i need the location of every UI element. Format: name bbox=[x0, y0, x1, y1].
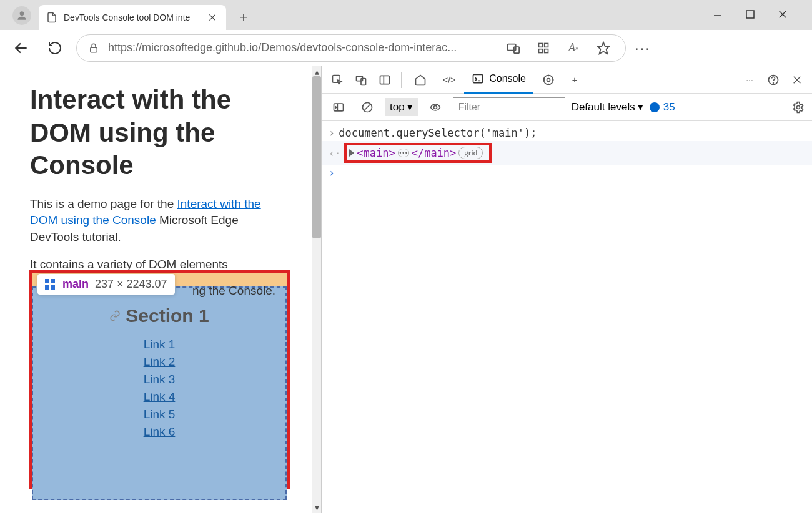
lock-icon bbox=[88, 42, 99, 54]
console-settings-icon[interactable] bbox=[790, 99, 807, 116]
svg-point-30 bbox=[773, 82, 774, 83]
svg-point-38 bbox=[797, 105, 800, 109]
profile-icon[interactable] bbox=[12, 6, 31, 25]
grid-icon bbox=[45, 279, 56, 290]
tab-welcome[interactable] bbox=[407, 66, 434, 94]
new-tab-button[interactable]: + bbox=[237, 11, 250, 24]
maximize-icon[interactable] bbox=[741, 5, 760, 24]
svg-rect-21 bbox=[473, 74, 483, 82]
ellipsis-icon[interactable]: ••• bbox=[398, 149, 409, 157]
help-icon[interactable] bbox=[762, 69, 785, 91]
context-selector[interactable]: top ▾ bbox=[385, 98, 418, 116]
svg-rect-4 bbox=[746, 11, 754, 18]
svg-point-23 bbox=[547, 78, 550, 81]
svg-rect-19 bbox=[380, 76, 390, 84]
section-title: Section 1 bbox=[126, 305, 209, 326]
browser-menu-icon[interactable]: ··· bbox=[635, 39, 651, 57]
console-output-highlight: <main> ••• </main> grid bbox=[344, 143, 492, 163]
sidebar-toggle-icon[interactable] bbox=[327, 96, 350, 119]
prompt-icon: › bbox=[329, 167, 335, 179]
expand-icon[interactable] bbox=[349, 149, 354, 157]
address-bar[interactable]: https://microsoftedge.github.io/Demos/de… bbox=[76, 34, 626, 62]
minimize-icon[interactable] bbox=[708, 5, 727, 24]
list-link[interactable]: Link 2 bbox=[144, 355, 176, 369]
link-list: Link 1 Link 2 Link 3 Link 4 Link 5 Link … bbox=[144, 338, 176, 439]
dock-side-icon[interactable] bbox=[374, 69, 396, 91]
intro-paragraph: This is a demo page for the Interact wit… bbox=[30, 196, 282, 246]
scrollbar-thumb[interactable] bbox=[312, 76, 321, 238]
scroll-down-icon[interactable]: ▾ bbox=[312, 503, 321, 512]
issues-counter[interactable]: 35 bbox=[650, 101, 675, 114]
url-text: https://microsoftedge.github.io/Demos/de… bbox=[108, 41, 457, 54]
list-link[interactable]: Link 3 bbox=[144, 373, 176, 386]
link-icon bbox=[109, 310, 121, 321]
favorite-icon[interactable] bbox=[593, 37, 614, 59]
browser-tab[interactable]: DevTools Console tool DOM inte bbox=[39, 5, 226, 30]
console-input-line: document.querySelector('main'); bbox=[339, 127, 537, 139]
refresh-button[interactable] bbox=[42, 36, 67, 61]
device-toolbar-icon[interactable] bbox=[350, 69, 372, 91]
svg-line-36 bbox=[364, 104, 370, 110]
filter-input[interactable]: Filter bbox=[453, 97, 565, 117]
read-aloud-icon[interactable]: A» bbox=[563, 37, 584, 59]
tab-elements[interactable]: </> bbox=[435, 66, 463, 94]
svg-rect-14 bbox=[545, 49, 548, 52]
inspector-highlight: Section 1 Link 1 Link 2 Link 3 Link 4 Li… bbox=[29, 270, 290, 489]
apps-icon[interactable] bbox=[533, 37, 554, 59]
svg-rect-33 bbox=[334, 104, 344, 111]
svg-rect-16 bbox=[333, 75, 340, 82]
list-link[interactable]: Link 1 bbox=[144, 338, 176, 351]
svg-point-37 bbox=[433, 105, 437, 109]
devtools-close-icon[interactable] bbox=[786, 69, 808, 91]
grid-badge[interactable]: grid bbox=[458, 147, 483, 159]
output-marker: ‹· bbox=[329, 147, 340, 159]
inspector-tooltip: main 237 × 2243.07 bbox=[37, 274, 175, 295]
svg-rect-13 bbox=[539, 49, 543, 52]
svg-point-28 bbox=[543, 75, 553, 84]
list-link[interactable]: Link 6 bbox=[144, 425, 176, 439]
list-link[interactable]: Link 4 bbox=[144, 390, 176, 404]
device-view-icon[interactable] bbox=[503, 37, 524, 59]
console-cursor[interactable] bbox=[339, 167, 339, 178]
clear-console-icon[interactable] bbox=[356, 96, 379, 119]
more-tabs-icon[interactable]: + bbox=[563, 69, 586, 91]
devtools-menu-icon[interactable]: ··· bbox=[738, 69, 761, 91]
log-levels[interactable]: Default levels ▾ bbox=[572, 100, 643, 114]
tab-console[interactable]: Console bbox=[464, 66, 533, 94]
live-expression-icon[interactable] bbox=[424, 96, 447, 119]
scroll-up-icon[interactable]: ▴ bbox=[312, 67, 321, 76]
tab-title: DevTools Console tool DOM inte bbox=[64, 12, 200, 22]
svg-point-0 bbox=[20, 11, 24, 16]
close-window-icon[interactable] bbox=[773, 5, 792, 24]
tab-close-icon[interactable] bbox=[206, 11, 219, 24]
svg-rect-8 bbox=[91, 47, 97, 52]
svg-rect-18 bbox=[361, 78, 366, 85]
page-heading: Interact with the DOM using the Console bbox=[30, 84, 282, 182]
svg-rect-11 bbox=[539, 43, 543, 47]
tab-sources[interactable] bbox=[535, 66, 562, 94]
back-button[interactable] bbox=[9, 36, 34, 61]
svg-marker-15 bbox=[598, 42, 609, 53]
input-marker: › bbox=[329, 127, 335, 139]
list-link[interactable]: Link 5 bbox=[144, 408, 176, 421]
svg-rect-12 bbox=[545, 43, 548, 47]
inspect-element-icon[interactable] bbox=[326, 69, 349, 91]
